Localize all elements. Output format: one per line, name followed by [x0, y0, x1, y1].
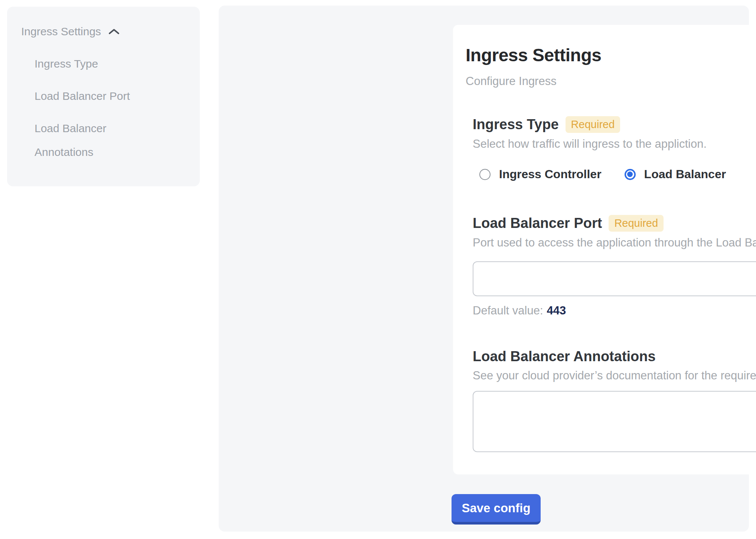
page-title: Ingress Settings: [466, 45, 601, 65]
sidebar-section-label: Ingress Settings: [21, 25, 101, 38]
default-value: 443: [547, 304, 566, 317]
radio-option-label: Ingress Controller: [499, 167, 602, 181]
field-ingress-type: Ingress Type Required Select how traffic…: [473, 116, 756, 151]
save-config-button[interactable]: Save config: [452, 494, 541, 525]
radio-option-ingress-controller[interactable]: Ingress Controller: [479, 167, 602, 181]
radio-option-load-balancer[interactable]: Load Balancer: [625, 167, 726, 181]
load-balancer-port-input[interactable]: [473, 261, 756, 296]
ingress-settings-screen: Ingress Settings Ingress Type Load Balan…: [0, 0, 756, 539]
sidebar-item-load-balancer-annotations[interactable]: Load Balancer Annotations: [35, 117, 150, 164]
sidebar-item-ingress-type[interactable]: Ingress Type: [35, 52, 150, 76]
field-load-balancer-port: Load Balancer Port Required Port used to…: [473, 215, 756, 249]
sidebar-section-ingress-settings[interactable]: Ingress Settings: [21, 25, 120, 38]
chevron-up-icon[interactable]: [108, 28, 120, 35]
field-ingress-type-header: Ingress Type Required: [473, 116, 756, 133]
field-load-balancer-annotations: Load Balancer Annotations See your cloud…: [473, 349, 756, 382]
page-subtitle: Configure Ingress: [466, 75, 557, 88]
main-panel: Ingress Settings Configure Ingress Ingre…: [219, 6, 749, 532]
ingress-type-radio-group: Ingress Controller Load Balancer: [473, 167, 726, 181]
radio-option-label: Load Balancer: [644, 167, 726, 181]
required-badge: Required: [609, 215, 664, 232]
field-description: Port used to access the application thro…: [473, 236, 756, 249]
radio-checked-icon[interactable]: [625, 169, 636, 180]
field-label: Load Balancer Port: [473, 215, 602, 231]
radio-dot: [627, 172, 633, 177]
required-badge: Required: [566, 116, 620, 133]
field-load-balancer-annotations-header: Load Balancer Annotations: [473, 349, 756, 365]
load-balancer-annotations-textarea[interactable]: [473, 391, 756, 452]
field-description: See your cloud provider’s documentation …: [473, 369, 756, 382]
sidebar-item-load-balancer-port[interactable]: Load Balancer Port: [35, 84, 150, 108]
default-value-row: Default value:443: [473, 304, 566, 317]
ingress-settings-card: Ingress Settings Configure Ingress Ingre…: [453, 25, 756, 474]
radio-unchecked-icon[interactable]: [479, 169, 491, 180]
field-label: Ingress Type: [473, 117, 559, 133]
default-value-label: Default value:: [473, 304, 543, 317]
field-label: Load Balancer Annotations: [473, 349, 656, 365]
field-load-balancer-port-header: Load Balancer Port Required: [473, 215, 756, 232]
settings-sidebar: Ingress Settings Ingress Type Load Balan…: [7, 7, 200, 186]
field-description: Select how traffic will ingress to the a…: [473, 137, 756, 151]
